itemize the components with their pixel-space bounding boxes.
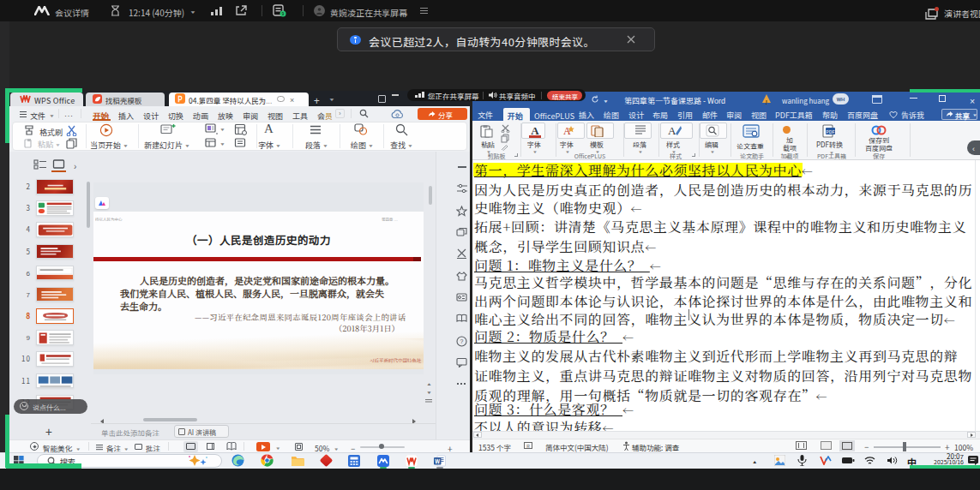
svg-text:A: A <box>668 124 676 137</box>
svg-text:W: W <box>435 456 440 464</box>
svg-text:?: ? <box>460 337 464 345</box>
svg-text:9: 9 <box>282 10 285 16</box>
svg-text:PDF: PDF <box>826 128 834 135</box>
